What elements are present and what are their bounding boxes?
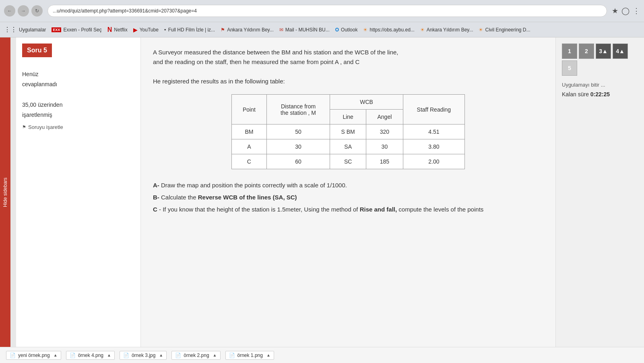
flag-question-link[interactable]: ⚑ Soruyu işaretle — [22, 124, 134, 130]
address-text: ...u/mod/quiz/attempt.php?attempt=336691… — [53, 8, 197, 14]
browser-chrome: ← → ↻ ...u/mod/quiz/attempt.php?attempt=… — [0, 0, 644, 22]
part-c-text2: compute the levels of the points — [398, 206, 483, 213]
flag-label: Soruyu işaretle — [28, 124, 63, 130]
col-line: Line — [330, 110, 366, 124]
download-file-icon: 📄 — [123, 353, 129, 358]
bookmark-civil[interactable]: ☀ Civil Engineering D... — [479, 27, 530, 33]
question-panel: Soru 5 Henüz cevaplanmadı 35,00 üzerinde… — [16, 37, 141, 347]
youtube-icon: ▶ — [133, 27, 138, 33]
mail-icon: ✉ — [279, 27, 283, 33]
intro-line2: and the reading on the staff, then he me… — [153, 57, 543, 67]
timer-label: Kalan süre — [562, 91, 589, 97]
q-nav-4[interactable]: 4▲ — [613, 44, 628, 59]
part-b-text: Calculate the — [161, 194, 198, 201]
bookmarks-bar: ⋮⋮ Uygulamalar EXX Exxen - Profil Seç N … — [0, 22, 644, 37]
q-nav-1[interactable]: 1 — [562, 44, 577, 59]
part-a-text: Draw the map and position the points cor… — [161, 182, 347, 189]
forward-button[interactable]: → — [18, 5, 29, 17]
bookmark-label: Full HD Film İzle | iz... — [168, 27, 215, 33]
meta-line2: işaretlenmiş — [22, 110, 134, 120]
part-c-text: - If you know that the height of the sta… — [159, 206, 360, 213]
dot-icon: ● — [164, 28, 166, 31]
cell-point: A — [232, 139, 267, 154]
question-intro: A Surveyor measured the distance between… — [153, 48, 543, 86]
hide-sidebars-button[interactable]: Hide sidebars — [0, 37, 10, 347]
cell-angel: 320 — [366, 124, 403, 139]
bookmark-icon: ⚑ — [221, 27, 225, 33]
table-row: A30SA303.80 — [232, 139, 465, 154]
download-label: örnek 1.png — [237, 353, 263, 358]
part-c-label: C — [153, 206, 157, 213]
download-chevron-icon[interactable]: ▲ — [266, 353, 270, 357]
hide-sidebars-label: Hide sidebars — [2, 177, 8, 207]
download-chevron-icon[interactable]: ▲ — [107, 353, 111, 357]
download-label: örnek 3.jpg — [132, 353, 155, 358]
download-chevron-icon[interactable]: ▲ — [54, 353, 58, 357]
bookmark-star-icon[interactable]: ★ — [612, 6, 618, 15]
part-c-bold: Rise and fall, — [360, 206, 397, 213]
bookmark-label: Netflix — [114, 27, 127, 33]
part-b-label: B- — [153, 194, 159, 201]
download-chevron-icon[interactable]: ▲ — [213, 353, 217, 357]
cell-staff_reading: 2.00 — [403, 154, 464, 169]
q-nav-2[interactable]: 2 — [579, 44, 594, 59]
bookmark-mail[interactable]: ✉ Mail - MUHSİN BU... — [279, 27, 330, 33]
part-b: B- Calculate the Reverse WCB of the line… — [153, 191, 543, 203]
timer-text: Kalan süre 0:22:25 — [562, 91, 638, 97]
bookmark-apps[interactable]: ⋮⋮ Uygulamalar — [4, 26, 46, 33]
question-meta: Henüz cevaplanmadı 35,00 üzerinden işare… — [22, 69, 134, 120]
download-label: örnek 4.png — [78, 353, 103, 358]
col-angel: Angel — [366, 110, 403, 124]
bookmark-ankara1[interactable]: ⚑ Ankara Yıldırım Bey... — [221, 27, 274, 33]
nav-buttons[interactable]: ← → ↻ — [4, 5, 43, 17]
download-label: yeni örnek.png — [18, 353, 50, 358]
part-a: A- Draw the map and position the points … — [153, 179, 543, 191]
download-file-icon: 📄 — [10, 353, 16, 358]
bookmark-exxen[interactable]: EXX Exxen - Profil Seç — [52, 27, 101, 33]
download-item-3[interactable]: 📄 örnek 2.png ▲ — [171, 351, 220, 360]
survey-table: Point Distance from the station , M WCB … — [231, 94, 465, 169]
cell-angel: 185 — [366, 154, 403, 169]
netflix-icon: N — [107, 26, 112, 33]
bookmark-netflix[interactable]: N Netflix — [107, 26, 128, 33]
question-nav: 1 2 3▲ 4▲ 5 — [562, 44, 638, 76]
question-parts: A- Draw the map and position the points … — [153, 179, 543, 216]
bookmark-film[interactable]: ● Full HD Film İzle | iz... — [164, 27, 215, 33]
bookmark-label: Exxen - Profil Seç — [63, 27, 101, 33]
table-row: C60SC1852.00 — [232, 154, 465, 169]
download-item-0[interactable]: 📄 yeni örnek.png ▲ — [6, 351, 61, 360]
status-line2: cevaplanmadı — [22, 79, 134, 89]
cell-staff_reading: 3.80 — [403, 139, 464, 154]
cell-line: S BM — [330, 124, 366, 139]
download-item-2[interactable]: 📄 örnek 3.jpg ▲ — [120, 351, 167, 360]
bookmark-label: https://obs.aybu.ed... — [369, 27, 414, 33]
bookmark-label: Civil Engineering D... — [485, 27, 530, 33]
finish-text[interactable]: Uygulamayı bitir ... — [562, 82, 638, 88]
col-point: Point — [232, 95, 267, 124]
cell-distance: 50 — [266, 124, 330, 139]
address-bar[interactable]: ...u/mod/quiz/attempt.php?attempt=336691… — [47, 5, 607, 17]
download-chevron-icon[interactable]: ▲ — [159, 353, 163, 357]
bookmark-youtube[interactable]: ▶ YouTube — [133, 27, 159, 33]
download-file-icon: 📄 — [229, 353, 235, 358]
cell-point: C — [232, 154, 267, 169]
intro-line1: A Surveyor measured the distance between… — [153, 48, 543, 57]
q-nav-5[interactable]: 5 — [562, 60, 577, 76]
part-a-label: A- — [153, 182, 159, 189]
cell-angel: 30 — [366, 139, 403, 154]
cell-distance: 60 — [266, 154, 330, 169]
download-item-1[interactable]: 📄 örnek 4.png ▲ — [66, 351, 115, 360]
bookmark-outlook[interactable]: O Outlook — [335, 27, 358, 33]
bookmark-label: Outlook — [341, 27, 357, 33]
cell-distance: 30 — [266, 139, 330, 154]
q-nav-3[interactable]: 3▲ — [596, 44, 611, 59]
bookmark-ankara2[interactable]: ☀ Ankara Yıldırım Bey... — [420, 27, 473, 33]
download-item-4[interactable]: 📄 örnek 1.png ▲ — [225, 351, 274, 360]
account-icon[interactable]: ◯ — [621, 6, 630, 15]
download-file-icon: 📄 — [175, 353, 181, 358]
back-button[interactable]: ← — [4, 5, 15, 17]
bookmark-obs[interactable]: ☀ https://obs.aybu.ed... — [363, 27, 414, 33]
menu-icon[interactable]: ⋮ — [633, 6, 640, 15]
refresh-button[interactable]: ↻ — [31, 5, 43, 17]
download-label: örnek 2.png — [184, 353, 209, 358]
